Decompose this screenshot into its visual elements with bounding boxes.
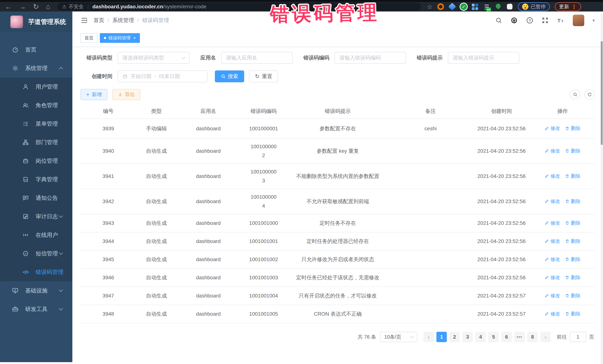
table-row[interactable]: 3945 自动生成 dashboard 1001001002 只允许修改为开启或… bbox=[81, 250, 595, 269]
extension-icon-gem[interactable] bbox=[449, 3, 455, 10]
prev-page-button[interactable]: ‹ bbox=[423, 332, 434, 342]
goto-page-input[interactable] bbox=[570, 332, 586, 342]
page-button-6[interactable]: 6 bbox=[501, 332, 512, 342]
delete-link[interactable]: 删除 bbox=[565, 220, 580, 226]
page-button-2[interactable]: 2 bbox=[449, 332, 460, 342]
search-icon[interactable] bbox=[495, 17, 502, 24]
table-row[interactable]: 3948 自动生成 dashboard 1001001005 CRON 表达式不… bbox=[81, 305, 595, 323]
delete-link[interactable]: 删除 bbox=[565, 292, 580, 299]
delete-link[interactable]: 删除 bbox=[565, 311, 580, 317]
extensions-puzzle-icon[interactable] bbox=[507, 4, 512, 10]
extension-icon-check[interactable]: ✓ bbox=[460, 3, 467, 10]
table-row[interactable]: 3940 自动生成 dashboard 100100000 2 参数配置 key… bbox=[81, 138, 595, 164]
refresh-table-icon[interactable] bbox=[584, 89, 595, 100]
page-button-3[interactable]: 3 bbox=[462, 332, 473, 342]
sidebar-item-dict[interactable]: 字典管理 bbox=[0, 170, 72, 189]
next-page-button[interactable]: › bbox=[540, 332, 551, 342]
page-button-8[interactable]: 8 bbox=[527, 332, 538, 342]
date-range-picker[interactable]: 开始日期 - 结束日期 bbox=[118, 70, 208, 82]
browser-update-button[interactable]: 更新 ⋮ bbox=[555, 2, 581, 11]
sidebar-fold-icon[interactable] bbox=[81, 17, 88, 24]
page-size-select[interactable]: 10条/页 bbox=[380, 332, 417, 342]
export-button[interactable]: 导出 bbox=[112, 89, 140, 100]
sidebar-item-audit-log[interactable]: 审计日志 bbox=[0, 207, 72, 226]
add-button[interactable]: + 新增 bbox=[81, 89, 107, 100]
error-type-select[interactable]: 请选择错误码类型 bbox=[118, 52, 190, 64]
extension-icon-grid[interactable] bbox=[472, 3, 478, 10]
table-row[interactable]: 3946 自动生成 dashboard 1001001003 定时任务已经处于该… bbox=[81, 269, 595, 287]
browser-back-icon[interactable]: ← bbox=[5, 3, 12, 10]
table-row[interactable]: 3943 自动生成 dashboard 1001001000 定时任务不存在 2… bbox=[81, 214, 595, 232]
error-msg-input[interactable] bbox=[448, 52, 519, 64]
extension-icon-ring[interactable] bbox=[437, 3, 444, 10]
page-scrollbar[interactable] bbox=[600, 13, 603, 364]
table-row[interactable]: 3942 自动生成 dashboard 100100000 4 不允许获取敏感配… bbox=[81, 189, 595, 214]
browser-menu-icon[interactable]: ⋮ bbox=[571, 3, 577, 10]
breadcrumb-system[interactable]: 系统管理 bbox=[112, 17, 134, 24]
edit-link[interactable]: 修改 bbox=[545, 274, 560, 281]
page-button-1[interactable]: 1 bbox=[436, 332, 447, 342]
delete-link[interactable]: 删除 bbox=[565, 173, 580, 179]
delete-link[interactable]: 删除 bbox=[565, 256, 580, 263]
sidebar-item-sms[interactable]: 短信管理 bbox=[0, 244, 72, 263]
sidebar-item-online-users[interactable]: 在线用户 bbox=[0, 226, 72, 244]
reset-button[interactable]: ↻ 重置 bbox=[249, 70, 278, 82]
delete-link[interactable]: 删除 bbox=[565, 274, 580, 281]
close-icon[interactable]: × bbox=[133, 35, 136, 41]
extension-icon-pin[interactable] bbox=[495, 3, 501, 10]
edit-link[interactable]: 修改 bbox=[545, 173, 560, 179]
table-row[interactable]: 3947 自动生成 dashboard 1001001004 只有开启状态的任务… bbox=[81, 287, 595, 305]
delete-link[interactable]: 删除 bbox=[565, 198, 580, 205]
sidebar-logo-row[interactable]: 芋道管理系统 bbox=[0, 11, 72, 32]
app-name-input[interactable] bbox=[221, 52, 293, 64]
browser-forward-icon[interactable]: → bbox=[19, 3, 26, 10]
edit-link[interactable]: 修改 bbox=[545, 238, 560, 244]
scrollbar-thumb[interactable] bbox=[601, 41, 603, 145]
sidebar-item-posts[interactable]: 岗位管理 bbox=[0, 152, 72, 170]
sidebar-item-roles[interactable]: 角色管理 bbox=[0, 96, 72, 115]
browser-reload-icon[interactable]: ↻ bbox=[33, 3, 39, 10]
sidebar-item-users[interactable]: 用户管理 bbox=[0, 77, 72, 96]
security-label[interactable]: 不安全 bbox=[69, 3, 84, 10]
sidebar-item-infra[interactable]: 基础设施 bbox=[0, 281, 72, 300]
more-pages-button[interactable]: ••• bbox=[514, 332, 525, 342]
sidebar-item-system[interactable]: 系统管理 bbox=[0, 59, 72, 77]
delete-link[interactable]: 删除 bbox=[565, 125, 580, 132]
table-row[interactable]: 3944 自动生成 dashboard 1001001001 定时任务的处理器已… bbox=[81, 232, 595, 250]
tab-error-code[interactable]: 错误码管理 × bbox=[100, 33, 140, 43]
edit-link[interactable]: 修改 bbox=[545, 125, 560, 132]
edit-link[interactable]: 修改 bbox=[545, 148, 560, 154]
sidebar-item-departments[interactable]: 部门管理 bbox=[0, 133, 72, 152]
bookmark-star-icon[interactable]: ☆ bbox=[427, 3, 432, 10]
delete-link[interactable]: 删除 bbox=[565, 148, 580, 154]
avatar-caret-down-icon[interactable]: ▾ bbox=[592, 18, 595, 23]
search-button[interactable]: 搜索 bbox=[215, 70, 244, 82]
sidebar-item-home[interactable]: 首页 bbox=[0, 40, 72, 59]
delete-link[interactable]: 删除 bbox=[565, 238, 580, 244]
github-icon[interactable] bbox=[510, 17, 518, 24]
tab-home[interactable]: 首页 bbox=[81, 33, 98, 43]
user-avatar[interactable] bbox=[573, 15, 584, 26]
browser-home-icon[interactable]: ⌂ bbox=[46, 3, 50, 10]
error-code-input[interactable] bbox=[335, 52, 406, 64]
sidebar-item-error-code[interactable]: </> 错误码管理 bbox=[0, 263, 72, 281]
edit-link[interactable]: 修改 bbox=[545, 311, 560, 317]
table-row[interactable]: 3941 自动生成 dashboard 100100000 3 不能删除类型为系… bbox=[81, 164, 595, 189]
page-button-5[interactable]: 5 bbox=[488, 332, 499, 342]
font-size-icon[interactable]: TT bbox=[557, 17, 565, 24]
sidebar-item-menus[interactable]: 菜单管理 bbox=[0, 115, 72, 133]
edit-link[interactable]: 修改 bbox=[545, 220, 560, 226]
sidebar-item-notices[interactable]: 通知公告 bbox=[0, 189, 72, 207]
breadcrumb-home[interactable]: 首页 bbox=[93, 17, 104, 24]
extension-icon-list[interactable]: on bbox=[483, 3, 490, 10]
edit-link[interactable]: 修改 bbox=[545, 292, 560, 299]
show-search-icon[interactable] bbox=[570, 89, 580, 100]
edit-link[interactable]: 修改 bbox=[545, 198, 560, 205]
fullscreen-icon[interactable] bbox=[542, 17, 549, 24]
help-icon[interactable]: ? bbox=[526, 17, 533, 24]
table-row[interactable]: 3939 手动编辑 dashboard 1001000001 参数配置不存在 c… bbox=[81, 119, 595, 138]
profile-paused-badge[interactable]: 已暂停 bbox=[518, 2, 550, 11]
sidebar-item-dev-tools[interactable]: 研发工具 bbox=[0, 300, 72, 318]
address-bar[interactable]: ⚠ 不安全 | dashboard.yudao.iocoder.cn /syst… bbox=[57, 3, 421, 11]
page-button-4[interactable]: 4 bbox=[475, 332, 486, 342]
